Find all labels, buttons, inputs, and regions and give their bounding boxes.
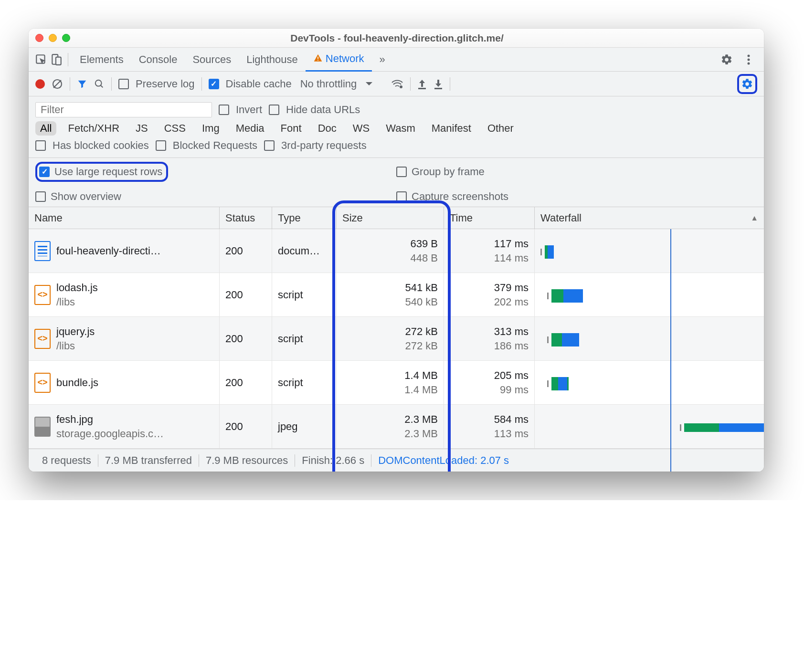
- table-row[interactable]: fesh.jpgstorage.googleapis.c… 200 jpeg 2…: [29, 405, 764, 449]
- show-overview-checkbox[interactable]: [35, 191, 46, 202]
- invert-checkbox[interactable]: [219, 105, 229, 115]
- waterfall-marker: [670, 229, 671, 472]
- table-body: foul-heavenly-directi… 200 docum… 639 B4…: [29, 229, 764, 449]
- table-row[interactable]: <>lodash.js/libs 200 script 541 kB540 kB…: [29, 273, 764, 317]
- request-name: fesh.jpg: [56, 413, 164, 426]
- request-name: lodash.js: [56, 282, 98, 294]
- search-icon[interactable]: [94, 79, 105, 89]
- type-cell: docum…: [272, 229, 337, 273]
- col-type[interactable]: Type: [272, 207, 337, 229]
- size-cell: 1.4 MB1.4 MB: [337, 361, 444, 404]
- waterfall-cell: [535, 273, 764, 316]
- third-party-checkbox[interactable]: [264, 140, 275, 151]
- request-name: bundle.js: [56, 377, 98, 389]
- preserve-log-checkbox[interactable]: [118, 79, 129, 89]
- filter-type-ws[interactable]: WS: [348, 121, 374, 136]
- status-cell: 200: [220, 229, 272, 273]
- hide-data-urls-label: Hide data URLs: [286, 104, 360, 116]
- status-cell: 200: [220, 405, 272, 448]
- network-settings-icon[interactable]: [741, 78, 753, 90]
- type-cell: jpeg: [272, 405, 337, 448]
- svg-rect-4: [317, 60, 318, 61]
- device-toolbar-icon[interactable]: [49, 52, 64, 67]
- time-cell: 117 ms114 ms: [444, 229, 535, 273]
- divider: [450, 77, 450, 91]
- capture-screenshots-checkbox[interactable]: [396, 191, 407, 202]
- table-row[interactable]: <>jquery.js/libs 200 script 272 kB272 kB…: [29, 317, 764, 361]
- col-size[interactable]: Size: [337, 207, 444, 229]
- type-cell: script: [272, 317, 337, 360]
- blocked-requests-checkbox[interactable]: [156, 140, 166, 151]
- throttling-select[interactable]: No throttling: [298, 78, 359, 90]
- filter-type-font[interactable]: Font: [276, 121, 307, 136]
- tab-elements[interactable]: Elements: [72, 48, 131, 72]
- tab-sources[interactable]: Sources: [185, 48, 239, 72]
- footer-dcl: DOMContentLoaded: 2.07 s: [371, 454, 516, 467]
- request-path: /libs: [56, 296, 98, 308]
- col-time[interactable]: Time: [444, 207, 535, 229]
- tab-console[interactable]: Console: [131, 48, 185, 72]
- filter-icon[interactable]: [77, 79, 87, 89]
- filter-type-js[interactable]: JS: [131, 121, 153, 136]
- script-icon: <>: [34, 285, 51, 305]
- status-footer: 8 requests 7.9 MB transferred 7.9 MB res…: [29, 449, 764, 472]
- svg-line-11: [101, 85, 103, 87]
- record-button[interactable]: [35, 79, 45, 89]
- time-cell: 313 ms186 ms: [444, 317, 535, 360]
- upload-har-icon[interactable]: [417, 79, 427, 89]
- divider: [201, 77, 202, 91]
- show-overview-label: Show overview: [51, 190, 121, 203]
- more-tabs-button[interactable]: »: [372, 48, 393, 72]
- third-party-label: 3rd-party requests: [281, 139, 367, 152]
- time-cell: 205 ms99 ms: [444, 361, 535, 404]
- svg-point-7: [748, 62, 750, 64]
- blocked-cookies-checkbox[interactable]: [35, 140, 46, 151]
- filter-type-other[interactable]: Other: [483, 121, 518, 136]
- footer-transferred: 7.9 MB transferred: [98, 454, 199, 467]
- window-title: DevTools - foul-heavenly-direction.glitc…: [37, 32, 757, 44]
- tab-lighthouse[interactable]: Lighthouse: [239, 48, 306, 72]
- col-waterfall[interactable]: Waterfall▲: [535, 207, 764, 229]
- svg-rect-13: [418, 88, 426, 89]
- type-cell: script: [272, 273, 337, 316]
- blocked-requests-label: Blocked Requests: [173, 139, 257, 152]
- preserve-log-label: Preserve log: [136, 78, 195, 90]
- invert-label: Invert: [236, 104, 262, 116]
- svg-rect-14: [434, 88, 442, 89]
- document-icon: [34, 241, 51, 261]
- filter-type-doc[interactable]: Doc: [313, 121, 341, 136]
- request-path: /libs: [56, 340, 95, 352]
- filter-type-fetch[interactable]: Fetch/XHR: [63, 121, 124, 136]
- hide-data-urls-checkbox[interactable]: [269, 105, 279, 115]
- tab-network[interactable]: Network: [306, 48, 372, 72]
- settings-icon[interactable]: [719, 52, 734, 67]
- filter-type-all[interactable]: All: [35, 121, 56, 136]
- table-row[interactable]: <>bundle.js 200 script 1.4 MB1.4 MB 205 …: [29, 361, 764, 405]
- filter-type-img[interactable]: Img: [197, 121, 224, 136]
- filter-type-media[interactable]: Media: [231, 121, 269, 136]
- svg-point-12: [400, 85, 402, 88]
- filter-type-wasm[interactable]: Wasm: [381, 121, 420, 136]
- kebab-menu-icon[interactable]: [741, 52, 756, 67]
- clear-button[interactable]: [52, 78, 63, 90]
- size-cell: 639 B448 B: [337, 229, 444, 273]
- disable-cache-checkbox[interactable]: [209, 79, 219, 89]
- divider: [70, 77, 70, 91]
- col-name[interactable]: Name: [29, 207, 220, 229]
- filter-type-css[interactable]: CSS: [159, 121, 190, 136]
- waterfall-cell: [535, 317, 764, 360]
- group-by-frame-checkbox[interactable]: [396, 167, 407, 177]
- download-har-icon[interactable]: [434, 79, 443, 89]
- svg-point-10: [95, 80, 102, 86]
- request-name: foul-heavenly-directi…: [56, 245, 161, 257]
- divider: [68, 53, 68, 66]
- filter-type-manifest[interactable]: Manifest: [427, 121, 476, 136]
- table-row[interactable]: foul-heavenly-directi… 200 docum… 639 B4…: [29, 229, 764, 273]
- waterfall-cell: [535, 361, 764, 404]
- large-rows-checkbox[interactable]: [39, 167, 50, 177]
- col-status[interactable]: Status: [220, 207, 272, 229]
- network-conditions-icon[interactable]: [391, 79, 403, 89]
- large-rows-label: Use large request rows: [54, 166, 162, 178]
- inspect-element-icon[interactable]: [33, 52, 49, 67]
- filter-input[interactable]: [35, 102, 212, 117]
